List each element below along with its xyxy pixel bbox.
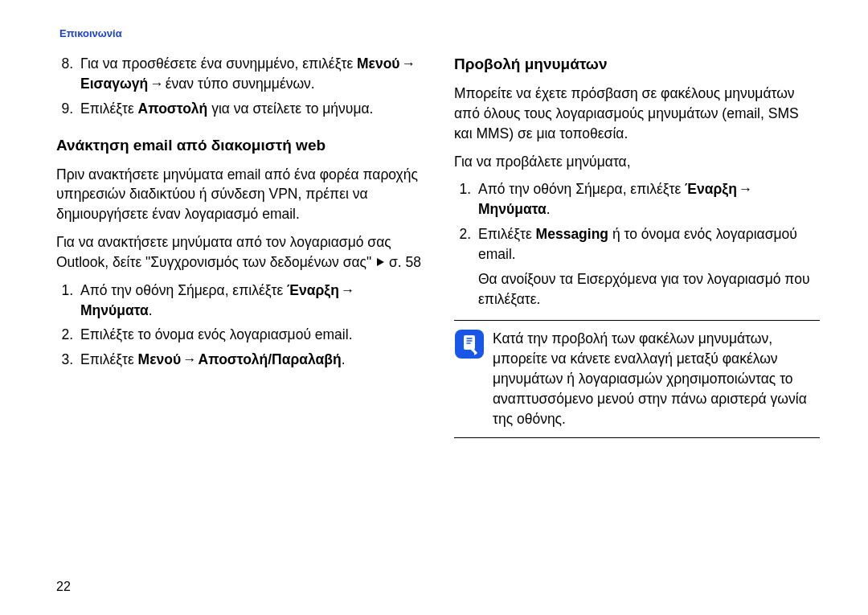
text: Επιλέξτε bbox=[80, 100, 138, 117]
continued-list: Για να προσθέσετε ένα συνημμένο, επιλέξτ… bbox=[56, 54, 422, 119]
svg-rect-2 bbox=[464, 335, 475, 350]
note-text: Κατά την προβολή των φακέλων μηνυμάτων, … bbox=[493, 329, 817, 428]
subheading: Προβολή μηνυμάτων bbox=[454, 54, 820, 76]
note-icon bbox=[454, 329, 485, 359]
text: Επιλέξτε bbox=[80, 351, 138, 367]
paragraph: Για να ανακτήσετε μηνύματα από τον λογαρ… bbox=[56, 232, 422, 273]
section-header: Επικοινωνία bbox=[59, 27, 820, 39]
paragraph: Για να προβάλετε μηνύματα, bbox=[454, 152, 820, 172]
list-item: Επιλέξτε το όνομα ενός λογαριασμού email… bbox=[77, 325, 422, 345]
list-item: Επιλέξτε Αποστολή για να στείλετε το μήν… bbox=[77, 99, 422, 119]
list-item: Επιλέξτε Messaging ή το όνομα ενός λογαρ… bbox=[475, 224, 820, 309]
text: . bbox=[342, 351, 346, 367]
subheading: Ανάκτηση email από διακομιστή web bbox=[56, 135, 422, 157]
text: . bbox=[149, 302, 153, 318]
bold: Μενού bbox=[138, 351, 182, 367]
bold: Messaging bbox=[536, 226, 608, 242]
left-column: Για να προσθέσετε ένα συνημμένο, επιλέξτ… bbox=[56, 54, 422, 438]
steps-list: Από την οθόνη Σήμερα, επιλέξτε Έναρξη → … bbox=[56, 281, 422, 370]
manual-page: Επικοινωνία Για να προσθέσετε ένα συνημμ… bbox=[0, 0, 868, 615]
list-item: Για να προσθέσετε ένα συνημμένο, επιλέξτ… bbox=[77, 54, 422, 94]
arrow-icon: → bbox=[181, 350, 199, 370]
steps-list: Από την οθόνη Σήμερα, επιλέξτε Έναρξη → … bbox=[454, 179, 820, 309]
text: Θα ανοίξουν τα Εισερχόμενα για τον λογαρ… bbox=[478, 271, 809, 307]
note-box: Κατά την προβολή των φακέλων μηνυμάτων, … bbox=[454, 320, 820, 437]
bold: Μηνύματα bbox=[478, 201, 547, 217]
bold: Έναρξη bbox=[287, 282, 339, 298]
bold: Μηνύματα bbox=[80, 302, 149, 318]
arrow-icon: → bbox=[400, 54, 418, 74]
bold: Αποστολή/Παραλαβή bbox=[199, 351, 342, 367]
right-column: Προβολή μηνυμάτων Μπορείτε να έχετε πρόσ… bbox=[454, 54, 820, 438]
text: . bbox=[547, 201, 551, 217]
list-item: Από την οθόνη Σήμερα, επιλέξτε Έναρξη → … bbox=[475, 179, 820, 219]
text: Για να προσθέσετε ένα συνημμένο, επιλέξτ… bbox=[80, 55, 357, 72]
triangle-icon bbox=[375, 252, 385, 273]
list-item: Επιλέξτε Μενού → Αποστολή/Παραλαβή. bbox=[77, 350, 422, 370]
svg-marker-0 bbox=[377, 258, 384, 266]
arrow-icon: → bbox=[339, 281, 357, 301]
text: Επιλέξτε bbox=[478, 226, 536, 242]
paragraph: Μπορείτε να έχετε πρόσβαση σε φακέλους μ… bbox=[454, 84, 820, 144]
arrow-icon: → bbox=[148, 74, 166, 94]
bold: Εισαγωγή bbox=[80, 76, 148, 92]
page-ref: σ. 58 bbox=[385, 254, 421, 270]
list-item: Από την οθόνη Σήμερα, επιλέξτε Έναρξη → … bbox=[77, 281, 422, 321]
paragraph: Πριν ανακτήσετε μηνύματα email από ένα φ… bbox=[56, 165, 422, 225]
bold: Αποστολή bbox=[138, 100, 208, 117]
text: για να στείλετε το μήνυμα. bbox=[207, 100, 373, 117]
arrow-icon: → bbox=[737, 179, 755, 199]
page-number: 22 bbox=[56, 580, 71, 594]
text: έναν τύπο συνημμένων. bbox=[166, 76, 315, 92]
bold: Μενού bbox=[357, 55, 400, 72]
bold: Έναρξη bbox=[685, 181, 737, 197]
text: Από την οθόνη Σήμερα, επιλέξτε bbox=[80, 282, 287, 298]
text: Από την οθόνη Σήμερα, επιλέξτε bbox=[478, 181, 685, 197]
text: Επιλέξτε το όνομα ενός λογαριασμού email… bbox=[80, 326, 353, 342]
text: Για να ανακτήσετε μηνύματα από τον λογαρ… bbox=[56, 234, 391, 270]
two-column-layout: Για να προσθέσετε ένα συνημμένο, επιλέξτ… bbox=[56, 54, 820, 438]
